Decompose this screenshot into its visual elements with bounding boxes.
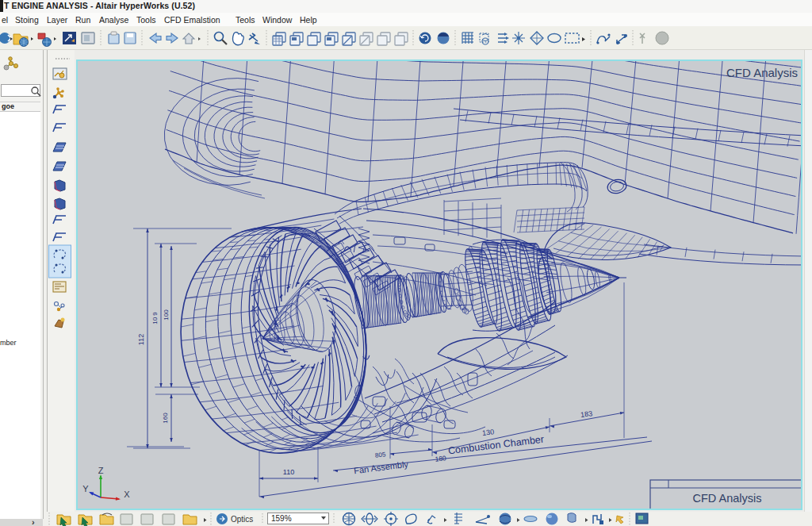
svg-text:10 9: 10 9	[151, 312, 159, 324]
svg-text:805: 805	[375, 451, 387, 459]
svg-text:CFD Analysis: CFD Analysis	[692, 492, 761, 505]
svg-text:Y: Y	[82, 484, 89, 493]
svg-text:Fan Assembly: Fan Assembly	[353, 459, 409, 475]
svg-text:X: X	[124, 490, 130, 499]
svg-text:110: 110	[283, 468, 294, 476]
svg-text:112: 112	[137, 334, 145, 345]
svg-text:183: 183	[580, 409, 593, 419]
svg-text:CFD Analysis: CFD Analysis	[726, 66, 798, 79]
svg-text:180: 180	[435, 454, 447, 463]
svg-text:100: 100	[163, 309, 170, 321]
svg-text:160: 160	[162, 413, 169, 424]
svg-text:Z: Z	[98, 466, 104, 475]
svg-text:130: 130	[482, 428, 495, 437]
